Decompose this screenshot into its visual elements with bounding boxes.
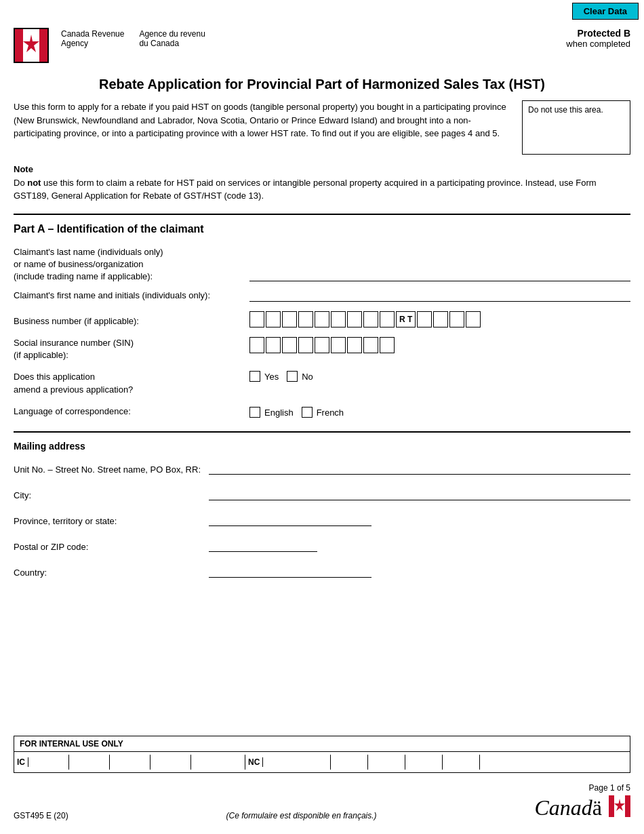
street-label: Unit No. – Street No. Street name, PO Bo…: [14, 464, 203, 475]
section-divider: [14, 214, 630, 215]
amend-checkbox-row: Yes No: [249, 371, 313, 382]
last-name-input[interactable]: [249, 268, 630, 281]
amend-row: Does this application amend a previous a…: [14, 371, 630, 395]
intro-text: Use this form to apply for a rebate if y…: [14, 100, 511, 155]
sin-box-1[interactable]: [249, 337, 264, 353]
no-checkbox[interactable]: [287, 371, 298, 382]
agency-fr-line2: du Canada: [139, 39, 179, 48]
nc-input-6[interactable]: [480, 755, 517, 770]
canada-logo: [14, 28, 49, 63]
bn-box-8[interactable]: [363, 311, 378, 327]
sin-box-5[interactable]: [315, 337, 329, 353]
yes-checkbox-item: Yes: [249, 371, 279, 382]
sin-box-4[interactable]: [298, 337, 313, 353]
sin-box-3[interactable]: [282, 337, 297, 353]
internal-fields: IC NC: [14, 752, 630, 772]
bn-rt-label: R T: [396, 311, 416, 327]
city-row: City:: [14, 487, 630, 500]
country-input[interactable]: [209, 564, 371, 578]
sin-box-8[interactable]: [363, 337, 378, 353]
sin-label: Social insurance number (SIN) (if applic…: [14, 337, 244, 361]
top-bar: Clear Data: [0, 0, 644, 22]
bn-box-5[interactable]: [315, 311, 329, 327]
nc-input-2[interactable]: [331, 755, 368, 770]
note-bold: not: [27, 178, 41, 188]
svg-rect-6: [625, 795, 630, 817]
bn-box-13[interactable]: [466, 311, 481, 327]
canada-wordmark: Canadä: [534, 795, 630, 820]
city-input[interactable]: [209, 487, 630, 500]
note-section: Note Do not use this form to claim a reb…: [14, 163, 630, 203]
internal-use-section: FOR INTERNAL USE ONLY IC NC: [14, 736, 630, 773]
nc-label: NC: [245, 757, 263, 767]
no-checkbox-item: No: [287, 371, 313, 382]
footer: GST495 E (20) (Ce formulaire est disponi…: [14, 783, 630, 820]
agency-names: Canada Revenue Agency Agence du revenu d…: [60, 28, 207, 49]
bn-box-3[interactable]: [282, 311, 297, 327]
svg-rect-2: [39, 29, 47, 62]
bn-box-11[interactable]: [433, 311, 448, 327]
no-label: No: [302, 372, 313, 382]
footer-form-code: GST495 E (20): [14, 811, 68, 820]
business-number-field: R T: [249, 311, 481, 327]
protected-badge: Protected B when completed: [566, 28, 630, 49]
canada-text: Canadä: [534, 795, 602, 820]
bn-box-6[interactable]: [331, 311, 346, 327]
nc-input-5[interactable]: [443, 755, 480, 770]
nc-input-3[interactable]: [368, 755, 405, 770]
sin-box-6[interactable]: [331, 337, 346, 353]
footer-french-note: (Ce formulaire est disponible en françai…: [226, 811, 377, 820]
agency-en-line1: Canada Revenue: [61, 29, 124, 39]
bn-box-7[interactable]: [347, 311, 362, 327]
sin-box-7[interactable]: [347, 337, 362, 353]
city-label: City:: [14, 490, 203, 500]
bn-box-9[interactable]: [380, 311, 395, 327]
postal-label: Postal or ZIP code:: [14, 542, 203, 552]
first-name-input[interactable]: [249, 288, 630, 302]
yes-checkbox[interactable]: [249, 371, 260, 382]
ic-input-2[interactable]: [69, 755, 110, 770]
header-row: Canada Revenue Agency Agence du revenu d…: [0, 22, 644, 66]
part-a-title: Part A – Identification of the claimant: [14, 223, 630, 235]
canada-flag-icon: [609, 795, 630, 820]
sin-box-9[interactable]: [380, 337, 395, 353]
sin-row: Social insurance number (SIN) (if applic…: [14, 337, 630, 361]
ic-input-1[interactable]: [28, 755, 69, 770]
province-label: Province, territory or state:: [14, 516, 203, 526]
sin-box-2[interactable]: [266, 337, 281, 353]
nc-input-4[interactable]: [405, 755, 443, 770]
ic-input-5[interactable]: [191, 755, 245, 770]
street-row: Unit No. – Street No. Street name, PO Bo…: [14, 461, 630, 475]
street-input[interactable]: [209, 461, 630, 475]
sin-field: [249, 337, 395, 353]
first-name-label: Claimant's first name and initials (indi…: [14, 290, 244, 302]
ic-input-4[interactable]: [150, 755, 191, 770]
ic-input-3[interactable]: [110, 755, 150, 770]
french-checkbox[interactable]: [302, 407, 313, 418]
footer-right-group: Page 1 of 5 Canadä: [534, 783, 630, 820]
french-label: French: [317, 408, 344, 418]
province-row: Province, territory or state:: [14, 513, 630, 526]
internal-box: FOR INTERNAL USE ONLY IC NC: [14, 736, 630, 773]
clear-data-button[interactable]: Clear Data: [572, 3, 639, 20]
bn-box-2[interactable]: [266, 311, 281, 327]
nc-input-1[interactable]: [263, 755, 331, 770]
business-number-row: Business number (if applicable): R T: [14, 311, 630, 327]
english-label: English: [264, 408, 294, 418]
last-name-label: Claimant's last name (individuals only) …: [14, 246, 244, 283]
postal-input[interactable]: [209, 538, 317, 552]
french-checkbox-item: French: [302, 407, 344, 418]
main-content: Use this form to apply for a rebate if y…: [0, 100, 644, 578]
country-row: Country:: [14, 564, 630, 578]
first-name-row: Claimant's first name and initials (indi…: [14, 288, 630, 302]
bn-box-10[interactable]: [417, 311, 432, 327]
province-input[interactable]: [209, 513, 371, 526]
bn-box-4[interactable]: [298, 311, 313, 327]
language-label: Language of correspondence:: [14, 405, 244, 418]
english-checkbox[interactable]: [249, 407, 260, 418]
country-label: Country:: [14, 568, 203, 578]
bn-box-12[interactable]: [449, 311, 464, 327]
bn-box-1[interactable]: [249, 311, 264, 327]
internal-header: FOR INTERNAL USE ONLY: [14, 736, 630, 752]
mailing-address-title: Mailing address: [14, 441, 630, 452]
